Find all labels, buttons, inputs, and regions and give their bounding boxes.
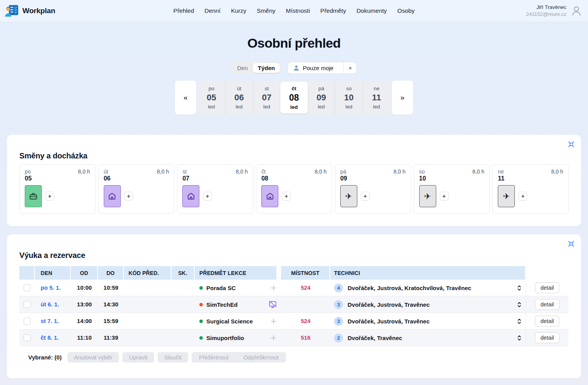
- week-day-ne-11[interactable]: ne 11 led: [363, 81, 390, 115]
- header-sk: SK.: [171, 266, 195, 280]
- week-day-so-10[interactable]: so 10 led: [335, 81, 362, 115]
- shift-block-home[interactable]: [261, 185, 278, 207]
- chevron-up-down-icon[interactable]: [516, 301, 522, 308]
- day-link[interactable]: po 5. 1.: [41, 284, 61, 291]
- collapse-icon[interactable]: [567, 240, 575, 248]
- screen-off-icon: [268, 300, 277, 309]
- nav-item-prehled[interactable]: Přehled: [173, 7, 194, 14]
- day-month: led: [236, 104, 243, 110]
- chevron-up-down-icon[interactable]: [516, 285, 522, 291]
- filter-chip-only-mine[interactable]: Pouze moje ×: [287, 62, 357, 74]
- chevron-up-down-icon[interactable]: [516, 318, 522, 325]
- room-link[interactable]: 524: [301, 284, 310, 291]
- shift-block-travel[interactable]: ✈: [498, 185, 515, 207]
- shift-day-pa: pá8,0 h 09 ✈ +: [335, 164, 411, 214]
- day-link[interactable]: út 6. 1.: [41, 301, 59, 308]
- shift-block-office[interactable]: [25, 185, 42, 207]
- lessons-table: DEN OD DO KÓD PŘED. SK. PŘEDMĚT LEKCE MÍ…: [19, 266, 568, 346]
- row-checkbox[interactable]: [24, 284, 31, 291]
- week-day-po-05[interactable]: po 05 led: [198, 81, 225, 115]
- day-week-toggle: Den Týden: [231, 62, 281, 74]
- room-link[interactable]: 516: [301, 334, 310, 341]
- nav-item-mistnosti[interactable]: Místnosti: [286, 7, 310, 14]
- week-day-ct-08-selected[interactable]: čt 08 led: [280, 82, 307, 113]
- shift-day-number: 06: [104, 175, 169, 182]
- selected-count-label: Vybrané: (0): [28, 354, 62, 361]
- app-logo[interactable]: Workplan: [0, 5, 55, 17]
- shift-day-hours: 8,0 h: [78, 168, 90, 175]
- shift-block-travel[interactable]: ✈: [340, 185, 357, 207]
- time-to: 14:30: [103, 301, 118, 308]
- shift-day-ne: ne8,0 h 11 ✈ +: [492, 164, 569, 214]
- add-shift-button[interactable]: +: [361, 192, 370, 201]
- detail-button[interactable]: detail: [535, 316, 559, 327]
- nav-item-dokumenty[interactable]: Dokumenty: [357, 7, 387, 14]
- edit-button[interactable]: Upravit: [122, 352, 154, 363]
- week-day-pa-09[interactable]: pá 09 led: [308, 81, 335, 115]
- technician-count-badge: 4: [334, 284, 343, 292]
- nav-item-osoby[interactable]: Osoby: [397, 7, 415, 14]
- plus-icon[interactable]: [270, 284, 277, 292]
- day-abbrev: pá: [318, 86, 324, 91]
- technician-names: Dvořáček, Justrová, Travěnec: [348, 301, 516, 308]
- add-shift-button[interactable]: +: [282, 192, 291, 201]
- day-number: 11: [372, 93, 381, 103]
- detail-button[interactable]: detail: [535, 282, 559, 293]
- filter-chip-close-icon[interactable]: ×: [343, 62, 357, 74]
- technician-count-badge: 2: [334, 333, 343, 342]
- row-checkbox[interactable]: [24, 334, 31, 341]
- day-month: led: [318, 104, 325, 110]
- row-checkbox[interactable]: [24, 301, 31, 308]
- shift-day-po: po8,0 h 05 +: [19, 164, 96, 214]
- clear-selection-button[interactable]: Anulovat výběr: [67, 352, 119, 363]
- top-bar: Workplan Přehled Denní Kurzy Směny Místn…: [0, 0, 588, 22]
- detail-button[interactable]: detail: [535, 299, 559, 310]
- shift-day-number: 09: [340, 175, 406, 182]
- user-email: 241152@muni.cz: [526, 11, 566, 18]
- chevron-up-down-icon[interactable]: [516, 335, 522, 341]
- add-shift-button[interactable]: +: [124, 192, 133, 201]
- shift-block-home[interactable]: [182, 185, 199, 207]
- lessons-card: Výuka a rezervace DEN OD DO KÓD PŘED. SK…: [7, 234, 581, 378]
- table-header-row: DEN OD DO KÓD PŘED. SK. PŘEDMĚT LEKCE MÍ…: [19, 266, 568, 280]
- avatar-icon[interactable]: [570, 5, 583, 17]
- week-day-st-07[interactable]: st 07 led: [253, 81, 280, 115]
- room-link[interactable]: 524: [301, 318, 310, 324]
- shift-block-travel[interactable]: ✈: [419, 185, 436, 207]
- shift-day-ct: čt8,0 h 08 +: [256, 164, 332, 214]
- nav-item-denni[interactable]: Denní: [204, 7, 220, 14]
- unstrike-button[interactable]: Odpřeškrnout: [236, 352, 286, 363]
- toggle-day[interactable]: Den: [232, 63, 253, 73]
- shift-day-number: 10: [419, 175, 485, 182]
- nav-item-predmety[interactable]: Předměty: [321, 7, 346, 14]
- week-day-ut-06[interactable]: út 06 led: [225, 81, 252, 115]
- add-shift-button[interactable]: +: [45, 192, 54, 201]
- add-shift-button[interactable]: +: [440, 192, 449, 201]
- week-selector: « po 05 led út 06 led st 07 led čt 08 le…: [0, 81, 588, 115]
- toggle-week[interactable]: Týden: [253, 63, 280, 73]
- add-shift-button[interactable]: +: [203, 192, 212, 201]
- detail-button[interactable]: detail: [535, 332, 559, 343]
- plus-icon[interactable]: [270, 318, 277, 325]
- table-row: po 5. 1. 10:00 10:59 Porada SC 524 4 Dvo…: [19, 280, 568, 296]
- time-to: 15:59: [103, 318, 118, 324]
- strike-button[interactable]: Přeškrtnout: [192, 352, 236, 363]
- day-link[interactable]: st 7. 1.: [41, 318, 59, 324]
- nav-item-smeny[interactable]: Směny: [257, 7, 275, 14]
- home-icon: [187, 192, 195, 201]
- time-from: 13:00: [77, 301, 92, 308]
- technician-count-badge: 3: [334, 317, 343, 326]
- week-next-button[interactable]: »: [392, 81, 413, 115]
- add-shift-button[interactable]: +: [518, 192, 527, 201]
- plus-icon[interactable]: [270, 334, 277, 342]
- week-prev-button[interactable]: «: [175, 81, 196, 115]
- day-link[interactable]: čt 8. 1.: [41, 334, 59, 341]
- shift-day-abbrev: so: [419, 168, 425, 175]
- shift-block-home[interactable]: [104, 185, 121, 207]
- person-icon: [293, 65, 300, 71]
- row-checkbox[interactable]: [24, 318, 31, 325]
- day-number: 08: [289, 93, 299, 103]
- merge-button[interactable]: Sloučit: [158, 352, 188, 363]
- collapse-icon[interactable]: [567, 141, 575, 148]
- nav-item-kurzy[interactable]: Kurzy: [231, 7, 247, 14]
